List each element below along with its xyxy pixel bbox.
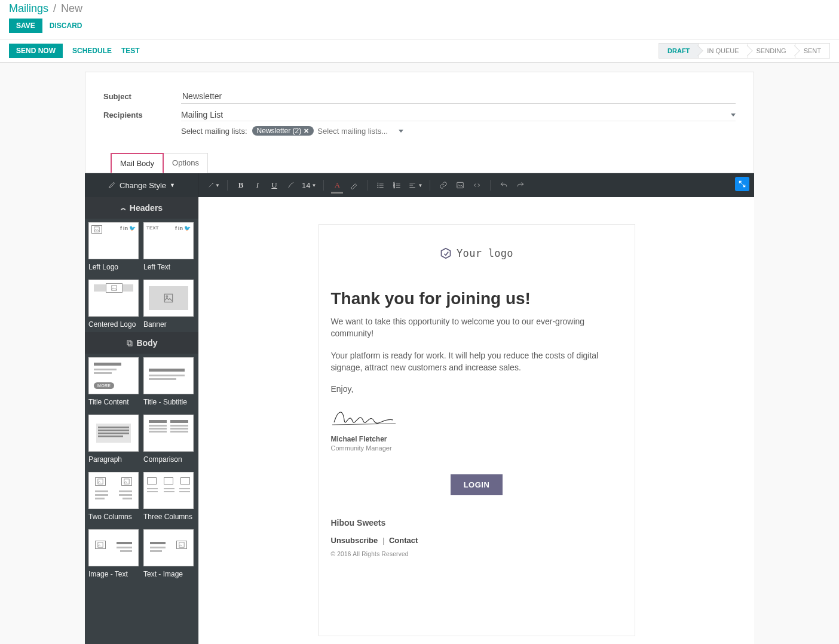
email-preview: Your logo Thank you for joining us! We w… bbox=[319, 224, 635, 636]
font-size-dropdown[interactable]: 14 ▼ bbox=[302, 179, 316, 192]
caret-down-icon: ▼ bbox=[170, 182, 175, 188]
recipients-label: Recipients bbox=[103, 111, 181, 119]
strike-icon[interactable] bbox=[285, 179, 297, 192]
breadcrumb-current: New bbox=[61, 2, 82, 15]
status-stages: DRAFT IN QUEUE SENDING SENT bbox=[659, 43, 830, 59]
svg-point-0 bbox=[378, 183, 378, 183]
svg-rect-12 bbox=[128, 342, 132, 346]
font-color-icon[interactable]: A bbox=[331, 179, 343, 192]
footer-divider: | bbox=[382, 536, 384, 545]
mailing-list-tag-text: Newsletter (2) bbox=[257, 127, 302, 135]
stage-draft[interactable]: DRAFT bbox=[659, 43, 699, 59]
save-button[interactable]: SAVE bbox=[9, 19, 42, 33]
social-icons: fin🐦 bbox=[120, 225, 136, 231]
redo-icon[interactable] bbox=[515, 179, 526, 192]
block-left-text[interactable]: TEXT fin🐦 Left Text bbox=[143, 222, 194, 275]
image-icon[interactable] bbox=[454, 179, 466, 192]
tag-remove-icon[interactable]: ✕ bbox=[304, 127, 309, 135]
tab-options[interactable]: Options bbox=[163, 153, 208, 173]
fullscreen-button[interactable] bbox=[735, 177, 749, 191]
svg-rect-9 bbox=[164, 294, 172, 302]
tab-mail-body[interactable]: Mail Body bbox=[111, 153, 164, 173]
block-centered-logo[interactable]: Centered Logo bbox=[88, 280, 139, 332]
block-title-content[interactable]: MORE Title Content bbox=[88, 357, 139, 410]
sidebar-section-body[interactable]: Body bbox=[85, 332, 198, 354]
block-text-image[interactable]: Text - Image bbox=[143, 529, 194, 582]
contact-link[interactable]: Contact bbox=[389, 536, 418, 545]
italic-icon[interactable]: I bbox=[252, 179, 264, 192]
chevron-up-icon: ︽ bbox=[121, 204, 126, 212]
breadcrumb-separator: / bbox=[53, 2, 56, 15]
footer-company: Hibou Sweets bbox=[331, 518, 623, 528]
svg-point-1 bbox=[378, 185, 378, 185]
svg-rect-13 bbox=[98, 479, 103, 484]
block-left-logo[interactable]: fin🐦 Left Logo bbox=[88, 222, 139, 275]
stage-in-queue[interactable]: IN QUEUE bbox=[699, 43, 748, 59]
undo-icon[interactable] bbox=[498, 179, 510, 192]
logo-text: Your logo bbox=[457, 247, 513, 259]
email-heading: Thank you for joining us! bbox=[331, 289, 623, 308]
block-title-subtitle[interactable]: Title - Subtitle bbox=[143, 357, 194, 410]
highlight-icon[interactable] bbox=[348, 179, 360, 192]
email-canvas[interactable]: Your logo Thank you for joining us! We w… bbox=[198, 197, 754, 644]
blocks-sidebar: ︽ Headers fin🐦 Left Logo bbox=[85, 197, 198, 644]
ol-icon[interactable]: 123 bbox=[391, 179, 403, 192]
block-paragraph[interactable]: Paragraph bbox=[88, 415, 139, 467]
mailing-lists-label: Select mailing lists: bbox=[181, 127, 247, 136]
change-style-label: Change Style bbox=[120, 181, 166, 190]
expand-icon bbox=[738, 180, 746, 188]
block-image-text[interactable]: Image - Text bbox=[88, 529, 139, 582]
mailing-lists-input[interactable] bbox=[317, 127, 395, 136]
social-icons: fin🐦 bbox=[175, 225, 191, 231]
bold-icon[interactable]: B bbox=[235, 179, 247, 192]
sidebar-section-headers[interactable]: ︽ Headers bbox=[85, 197, 198, 219]
svg-rect-7 bbox=[94, 227, 99, 232]
svg-point-2 bbox=[378, 187, 378, 188]
unsubscribe-link[interactable]: Unsubscribe bbox=[331, 536, 378, 545]
svg-rect-11 bbox=[127, 341, 131, 345]
svg-rect-16 bbox=[179, 542, 184, 547]
block-banner[interactable]: Banner bbox=[143, 280, 194, 332]
block-two-columns[interactable]: Two Columns bbox=[88, 472, 139, 525]
copy-icon bbox=[126, 339, 133, 346]
stage-sending[interactable]: SENDING bbox=[748, 43, 795, 59]
ul-icon[interactable] bbox=[375, 179, 387, 192]
email-para-3: Enjoy, bbox=[331, 383, 623, 395]
email-para-1: We want to take this opportunity to welc… bbox=[331, 315, 623, 340]
change-style-dropdown[interactable]: Change Style ▼ bbox=[85, 173, 198, 197]
svg-marker-17 bbox=[442, 249, 451, 259]
breadcrumb: Mailings / New bbox=[9, 2, 830, 15]
underline-icon[interactable]: U bbox=[268, 179, 280, 192]
code-icon[interactable] bbox=[471, 179, 483, 192]
svg-rect-14 bbox=[124, 479, 129, 484]
svg-text:3: 3 bbox=[394, 186, 395, 189]
block-three-columns[interactable]: Three Columns bbox=[143, 472, 194, 525]
subject-label: Subject bbox=[103, 92, 181, 101]
signature-title: Community Manager bbox=[331, 444, 623, 452]
discard-button[interactable]: DISCARD bbox=[50, 22, 82, 30]
align-icon[interactable]: ▼ bbox=[408, 179, 422, 192]
schedule-button[interactable]: SCHEDULE bbox=[72, 47, 112, 55]
subject-input[interactable] bbox=[181, 89, 736, 104]
login-button[interactable]: LOGIN bbox=[451, 474, 503, 495]
svg-rect-8 bbox=[112, 286, 117, 290]
send-now-button[interactable]: SEND NOW bbox=[9, 44, 63, 58]
svg-point-10 bbox=[166, 296, 168, 298]
signature-name: Michael Fletcher bbox=[331, 435, 623, 443]
mailing-list-tag[interactable]: Newsletter (2) ✕ bbox=[252, 126, 314, 136]
test-button[interactable]: TEST bbox=[121, 47, 140, 55]
editor-toolbar: Change Style ▼ ▼ B I U 14 ▼ A 123 ▼ bbox=[85, 173, 754, 197]
wand-icon[interactable]: ▼ bbox=[208, 179, 220, 192]
recipients-select[interactable]: Mailing List bbox=[181, 109, 736, 121]
brush-icon bbox=[108, 181, 116, 189]
breadcrumb-mailings-link[interactable]: Mailings bbox=[9, 2, 48, 15]
link-icon[interactable] bbox=[437, 179, 449, 192]
block-comparison[interactable]: Comparison bbox=[143, 415, 194, 467]
caret-down-icon[interactable] bbox=[399, 130, 403, 133]
caret-down-icon bbox=[731, 114, 736, 116]
copyright-text: © 2016 All Rights Reserved bbox=[331, 551, 623, 557]
stage-sent[interactable]: SENT bbox=[795, 43, 830, 59]
email-para-2: Your platform is ready for work. It will… bbox=[331, 349, 623, 374]
svg-rect-6 bbox=[457, 182, 464, 188]
logo-icon bbox=[440, 247, 452, 259]
